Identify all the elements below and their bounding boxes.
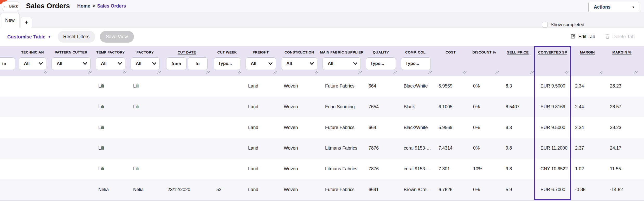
- delete-tab-button[interactable]: Delete Tab: [605, 34, 635, 40]
- column-header-main-fabric-supplier[interactable]: MAIN FABRIC SUPPLIERAll: [320, 46, 363, 76]
- back-button[interactable]: ← Back: [2, 2, 19, 11]
- cell-pattern-cutter: [49, 117, 93, 138]
- column-header-technician[interactable]: TECHNICIANAll: [16, 46, 49, 76]
- cell-technician: [16, 159, 49, 179]
- column-label-temp-factory[interactable]: TEMP FACTORY: [93, 50, 128, 54]
- filter-wrap: [0, 57, 16, 70]
- filter-wrap: All: [49, 57, 93, 70]
- column-resize-handle[interactable]: [315, 70, 319, 75]
- show-completed-checkbox[interactable]: [542, 22, 548, 28]
- table-row[interactable]: LiliLiliLandWovenEcho Sourcing7654Black6…: [0, 97, 644, 117]
- customise-table-button[interactable]: Customise Table ▼: [7, 34, 51, 40]
- column-header-construction[interactable]: CONSTRUCTIONAll: [279, 46, 320, 76]
- column-label-sell-price[interactable]: SELL PRICE: [500, 50, 535, 54]
- table-row[interactable]: LiliLandWovenFuture Fabrics664Black/Whit…: [0, 117, 644, 138]
- column-label-technician[interactable]: TECHNICIAN: [16, 50, 49, 54]
- filter-input-comp-col[interactable]: [401, 57, 431, 70]
- cell-discount: 0%: [468, 76, 500, 97]
- filter-select-technician[interactable]: All: [19, 57, 46, 70]
- column-label-freight[interactable]: FREIGHT: [243, 50, 279, 54]
- column-resize-handle[interactable]: [530, 70, 534, 75]
- horizontal-scrollbar-track[interactable]: [0, 200, 644, 201]
- column-header-margin[interactable]: MARGIN: [570, 46, 605, 76]
- tab-new[interactable]: New: [0, 13, 20, 28]
- column-resize-handle[interactable]: [600, 70, 603, 75]
- filter-input-quality[interactable]: [366, 57, 396, 70]
- reset-filters-button[interactable]: Reset Filters: [58, 31, 95, 43]
- filter-select-pattern-cutter[interactable]: All: [51, 57, 91, 70]
- filter-date-from-cut-date[interactable]: [166, 57, 186, 70]
- column-resize-handle[interactable]: [88, 70, 92, 75]
- column-label-cut-date[interactable]: CUT DATE: [162, 50, 211, 54]
- column-resize-handle[interactable]: [565, 70, 569, 75]
- column-label-construction[interactable]: CONSTRUCTION: [279, 50, 320, 54]
- filter-date-to-partial[interactable]: [0, 57, 15, 70]
- cell-cut-date: [162, 76, 211, 97]
- column-header-cut-date[interactable]: CUT DATE: [162, 46, 211, 76]
- column-header-converted-sp[interactable]: CONVERTED SP: [535, 46, 570, 76]
- column-resize-handle[interactable]: [463, 70, 467, 75]
- filter-select-construction[interactable]: All: [281, 57, 317, 70]
- column-header-pattern-cutter[interactable]: PATTERN CUTTERAll: [49, 46, 93, 76]
- column-label-quality[interactable]: QUALITY: [363, 50, 398, 54]
- column-resize-handle[interactable]: [123, 70, 127, 75]
- column-label-comp-col[interactable]: COMP. COL.: [398, 50, 433, 54]
- column-header-comp-col[interactable]: COMP. COL.: [398, 46, 433, 76]
- column-header-discount[interactable]: DISCOUNT %: [468, 46, 500, 76]
- column-label-factory[interactable]: FACTORY: [128, 50, 162, 54]
- column-label-pattern-cutter[interactable]: PATTERN CUTTER: [49, 50, 93, 54]
- filter-select-factory[interactable]: All: [131, 57, 160, 70]
- cell-blank: [0, 97, 16, 117]
- column-label-discount[interactable]: DISCOUNT %: [468, 50, 500, 54]
- cell-quality: 664: [363, 76, 398, 97]
- column-resize-handle[interactable]: [495, 70, 499, 75]
- add-tab-button[interactable]: +: [21, 17, 32, 28]
- column-resize-handle[interactable]: [238, 70, 242, 75]
- column-resize-handle[interactable]: [428, 70, 432, 75]
- column-header-freight[interactable]: FREIGHTAll: [243, 46, 279, 76]
- column-resize-handle[interactable]: [393, 70, 397, 75]
- filter-date-to-cut-date[interactable]: [188, 57, 208, 70]
- column-label-margin[interactable]: MARGIN %: [605, 50, 639, 54]
- column-label-main-fabric-supplier[interactable]: MAIN FABRIC SUPPLIER: [320, 50, 363, 54]
- column-header-margin[interactable]: MARGIN %: [605, 46, 639, 76]
- column-resize-handle[interactable]: [634, 70, 638, 75]
- breadcrumb-home[interactable]: Home: [77, 3, 90, 9]
- column-resize-handle[interactable]: [44, 70, 48, 75]
- column-header-sell-price[interactable]: SELL PRICE: [500, 46, 535, 76]
- column-header-cost[interactable]: COST: [433, 46, 468, 76]
- cell-freight: Land: [243, 97, 279, 117]
- filter-input-cut-week[interactable]: [214, 57, 240, 70]
- cell-temp-factory: Lili: [93, 76, 128, 97]
- actions-button[interactable]: Actions ▼: [588, 2, 639, 12]
- table-row[interactable]: LiliLiliLandWovenLitmans Fabrics7876cora…: [0, 159, 644, 179]
- column-label-cost[interactable]: COST: [433, 50, 468, 54]
- cell-main-fabric-supplier: Litmans Fabrics: [320, 138, 363, 159]
- column-resize-handle[interactable]: [157, 70, 161, 75]
- cell-margin: 11.55: [605, 159, 639, 179]
- table-row[interactable]: LiliLiliLandWovenFuture Fabrics664Black/…: [0, 76, 644, 97]
- column-header-factory[interactable]: FACTORYAll: [128, 46, 162, 76]
- edit-tab-button[interactable]: Edit Tab: [570, 34, 595, 40]
- filter-select-freight[interactable]: All: [246, 57, 276, 70]
- table-row[interactable]: LiliLandWovenLitmans Fabrics7876coral 91…: [0, 138, 644, 159]
- trash-icon: [605, 34, 610, 40]
- filter-select-temp-factory[interactable]: All: [96, 57, 125, 70]
- back-arrow-icon: ←: [3, 4, 7, 8]
- column-label-converted-sp[interactable]: CONVERTED SP: [535, 50, 570, 54]
- column-resize-handle[interactable]: [358, 70, 362, 75]
- column-header-quality[interactable]: QUALITY: [363, 46, 398, 76]
- column-resize-handle[interactable]: [273, 70, 277, 75]
- save-view-button[interactable]: Save View: [100, 31, 134, 43]
- cell-cost: 6.7626: [433, 179, 468, 200]
- column-label-margin[interactable]: MARGIN: [570, 50, 605, 54]
- cell-comp-col: Black/White: [398, 76, 433, 97]
- column-header-temp-factory[interactable]: TEMP FACTORYAll: [93, 46, 128, 76]
- column-label-cut-week[interactable]: CUT WEEK: [211, 50, 243, 54]
- cell-blank: [0, 138, 16, 159]
- filter-select-main-fabric-supplier[interactable]: All: [323, 57, 361, 70]
- column-header-cut-week[interactable]: CUT WEEK: [211, 46, 243, 76]
- column-resize-handle[interactable]: [206, 70, 210, 75]
- table-row[interactable]: NeliaNelia23/12/202052LandWovenFuture Fa…: [0, 179, 644, 200]
- cell-blank: [0, 159, 16, 179]
